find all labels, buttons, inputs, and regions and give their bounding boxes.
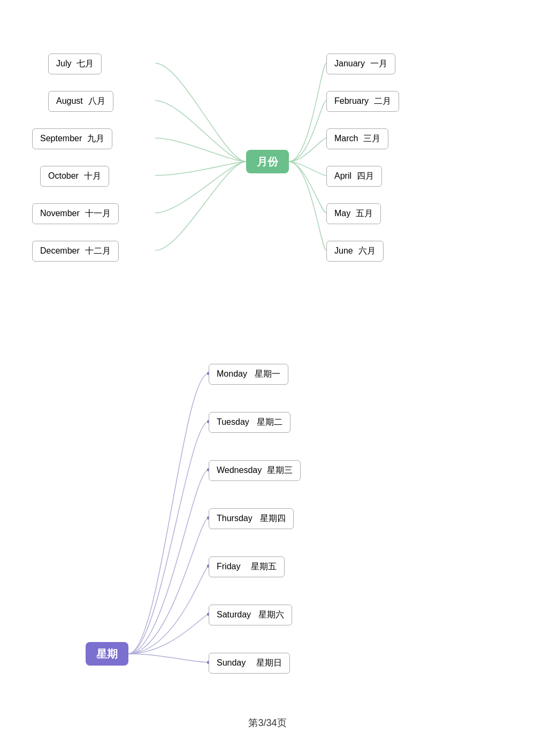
- weeks-center-node: 星期: [86, 642, 128, 666]
- month-april: April四月: [326, 166, 382, 187]
- months-center-node: 月份: [246, 150, 289, 173]
- month-november: November十一月: [32, 203, 119, 224]
- month-october: October十月: [40, 166, 109, 187]
- month-september: September九月: [32, 128, 112, 149]
- page-number: 第3/34页: [0, 700, 535, 740]
- month-march: March三月: [326, 128, 388, 149]
- month-july: July七月: [48, 54, 102, 74]
- week-tuesday: Tuesday星期二: [209, 412, 291, 433]
- month-january: January一月: [326, 54, 395, 74]
- month-december: December十二月: [32, 241, 119, 262]
- week-friday: Friday星期五: [209, 556, 285, 577]
- week-sunday: Sunday星期日: [209, 653, 290, 674]
- week-saturday: Saturday星期六: [209, 605, 292, 625]
- page-container: 月份 July七月 August八月 September九月 October十月…: [0, 0, 535, 756]
- month-february: February二月: [326, 91, 399, 112]
- months-section: 月份 July七月 August八月 September九月 October十月…: [0, 21, 535, 321]
- month-august: August八月: [48, 91, 113, 112]
- week-wednesday: Wednesday星期三: [209, 460, 301, 481]
- weeks-section: 星期 Monday星期一 Tuesday星期二 Wednesday星期三 Thu…: [0, 332, 535, 722]
- months-center-label: 月份: [257, 155, 278, 169]
- week-monday: Monday星期一: [209, 364, 288, 385]
- weeks-center-label: 星期: [96, 647, 118, 661]
- month-may: May五月: [326, 203, 381, 224]
- month-june: June六月: [326, 241, 384, 262]
- week-thursday: Thursday星期四: [209, 508, 294, 529]
